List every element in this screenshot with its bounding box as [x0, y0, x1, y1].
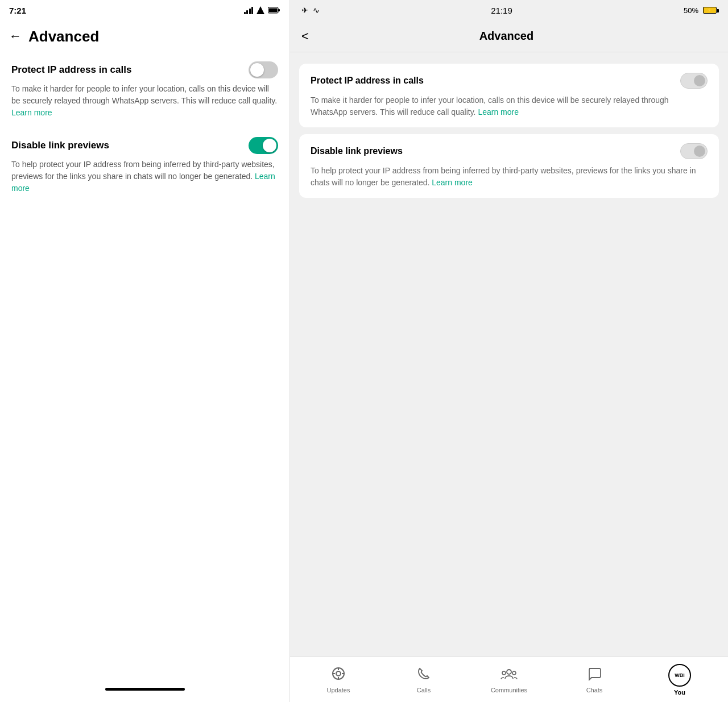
svg-rect-3 — [278, 9, 280, 11]
nav-item-updates[interactable]: Updates — [316, 666, 361, 693]
right-protect-ip-desc: To make it harder for people to infer yo… — [311, 94, 708, 118]
right-disable-link-card: Disable link previews To help protect yo… — [299, 134, 719, 198]
right-protect-ip-knob — [694, 75, 705, 86]
nav-item-communities[interactable]: Communities — [486, 666, 532, 693]
right-protect-ip-title: Protect IP address in calls — [311, 76, 424, 86]
you-label: You — [674, 689, 685, 696]
battery-bolt-icon: ⚡ — [706, 8, 713, 13]
right-panel: ✈ ∿ 21:19 50% ⚡ < Advanced Protect IP ad… — [290, 0, 728, 702]
protect-ip-setting: Protect IP address in calls To make it h… — [11, 61, 278, 119]
disable-link-desc: To help protect your IP address from bei… — [11, 159, 278, 194]
left-status-bar: 7:21 — [0, 0, 289, 20]
disable-link-toggle[interactable] — [249, 137, 278, 154]
signal-icon — [244, 6, 254, 14]
battery-percent-text: 50% — [684, 6, 698, 15]
wifi-icon: ∿ — [313, 6, 320, 15]
protect-ip-row: Protect IP address in calls — [11, 61, 278, 78]
protect-ip-toggle[interactable] — [249, 61, 278, 78]
right-status-bar: ✈ ∿ 21:19 50% ⚡ — [290, 0, 728, 20]
nav-item-chats[interactable]: Chats — [572, 666, 617, 693]
right-time: 21:19 — [491, 6, 512, 15]
right-disable-link-knob — [694, 146, 705, 157]
calls-svg — [416, 666, 431, 681]
nav-item-calls[interactable]: Calls — [401, 666, 446, 693]
svg-point-11 — [502, 671, 506, 675]
disable-link-knob — [263, 139, 276, 152]
right-content: Protect IP address in calls To make it h… — [290, 52, 728, 657]
right-disable-link-row: Disable link previews — [311, 143, 708, 159]
disable-link-title: Disable link previews — [11, 140, 109, 151]
left-time: 7:21 — [9, 6, 26, 15]
right-disable-link-toggle[interactable] — [680, 143, 708, 159]
right-back-button[interactable]: < — [301, 29, 309, 44]
right-protect-ip-card: Protect IP address in calls To make it h… — [299, 64, 719, 127]
left-back-button[interactable]: ← — [9, 29, 22, 44]
calls-label: Calls — [417, 687, 431, 693]
right-right-icons: 50% ⚡ — [684, 6, 717, 15]
communities-svg — [500, 666, 518, 681]
svg-point-12 — [512, 671, 516, 675]
updates-svg — [331, 666, 346, 681]
chats-icon — [587, 666, 602, 684]
you-avatar-icon: WBI — [668, 664, 691, 687]
right-protect-ip-toggle[interactable] — [680, 73, 708, 89]
left-page-title: Advanced — [28, 28, 99, 45]
home-indicator — [105, 688, 185, 691]
chats-label: Chats — [586, 687, 603, 693]
right-disable-link-learn-more[interactable]: Learn more — [432, 178, 473, 187]
communities-label: Communities — [491, 687, 527, 693]
nav-item-you[interactable]: WBI You — [657, 664, 702, 696]
svg-point-5 — [336, 671, 341, 676]
updates-label: Updates — [327, 687, 350, 693]
lte-icon — [257, 6, 264, 14]
protect-ip-knob — [250, 63, 264, 77]
svg-point-10 — [507, 670, 511, 674]
right-protect-ip-learn-more[interactable]: Learn more — [478, 107, 519, 117]
bottom-nav: Updates Calls C — [290, 657, 728, 702]
updates-icon — [331, 666, 346, 684]
chats-svg — [587, 666, 602, 681]
right-protect-ip-row: Protect IP address in calls — [311, 73, 708, 89]
left-header: ← Advanced — [0, 20, 289, 52]
right-page-title: Advanced — [320, 30, 693, 43]
protect-ip-title: Protect IP address in calls — [11, 64, 131, 76]
left-content: Protect IP address in calls To make it h… — [0, 52, 289, 702]
left-status-icons — [244, 6, 281, 14]
disable-link-setting: Disable link previews To help protect yo… — [11, 137, 278, 194]
protect-ip-learn-more[interactable]: Learn more — [11, 108, 52, 117]
right-disable-link-title: Disable link previews — [311, 146, 403, 156]
right-battery-icon: ⚡ — [703, 7, 717, 14]
airplane-icon: ✈ — [301, 6, 308, 15]
svg-marker-0 — [257, 6, 264, 14]
svg-rect-2 — [269, 9, 278, 13]
right-header: < Advanced — [290, 20, 728, 52]
left-panel: 7:21 ← Advanced — [0, 0, 290, 702]
protect-ip-desc: To make it harder for people to infer yo… — [11, 83, 278, 119]
calls-icon — [416, 666, 431, 684]
battery-icon — [268, 7, 280, 14]
disable-link-row: Disable link previews — [11, 137, 278, 154]
right-disable-link-desc: To help protect your IP address from bei… — [311, 165, 708, 189]
right-left-icons: ✈ ∿ — [301, 6, 320, 15]
communities-icon — [500, 666, 518, 684]
